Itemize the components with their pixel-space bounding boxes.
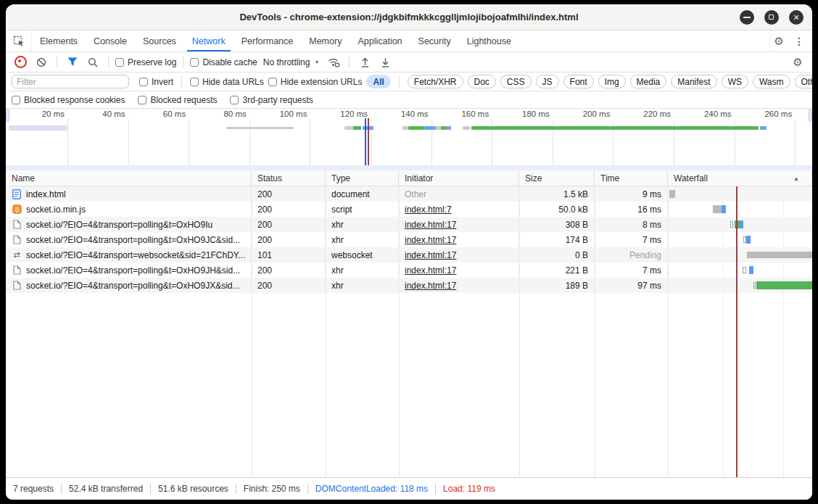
column-header-size[interactable]: Size (519, 170, 595, 186)
request-name-cell[interactable]: index.html (6, 186, 252, 202)
time-cell: 7 ms (595, 263, 668, 278)
inspect-element-button[interactable] (6, 30, 32, 51)
network-conditions-button[interactable] (325, 54, 342, 71)
filter-pill-js[interactable]: JS (536, 75, 559, 88)
filter-pill-manifest[interactable]: Manifest (671, 75, 716, 88)
request-name-cell[interactable]: socket.io/?EIO=4&transport=polling&t=OxH… (6, 263, 252, 278)
network-settings-button[interactable]: ⚙ (789, 54, 806, 71)
invert-checkbox[interactable]: Invert (139, 77, 173, 87)
filter-pill-ws[interactable]: WS (722, 75, 748, 88)
filter-pill-all[interactable]: All (366, 75, 390, 88)
hide-extension-urls-checkbox[interactable]: Hide extension URLs (268, 77, 363, 87)
request-row[interactable]: index.html200documentOther1.5 kB9 ms (6, 186, 812, 202)
initiator-link[interactable]: index.html:17 (405, 265, 456, 276)
filter-pill-css[interactable]: CSS (500, 75, 532, 88)
filter-pill-wasm[interactable]: Wasm (753, 75, 790, 88)
status-item: 52.4 kB transferred (69, 484, 143, 494)
initiator-link[interactable]: index.html:7 (405, 205, 452, 215)
search-button[interactable] (84, 54, 102, 71)
export-har-button[interactable] (376, 54, 394, 71)
throttling-dropdown[interactable]: No throttling ▼ (260, 57, 323, 67)
overview-left-handle[interactable] (6, 109, 9, 122)
initiator-link[interactable]: index.html:17 (405, 235, 456, 245)
time-cell: 9 ms (595, 186, 668, 202)
dcl-event-line (365, 118, 366, 165)
timeline-overview[interactable]: 20 ms40 ms60 ms80 ms100 ms120 ms140 ms16… (6, 109, 812, 165)
request-row[interactable]: socket.io/?EIO=4&transport=polling&t=OxH… (6, 232, 812, 247)
tab-console[interactable]: Console (86, 30, 135, 51)
filter-pill-font[interactable]: Font (563, 75, 594, 88)
column-header-waterfall[interactable]: Waterfall (668, 170, 812, 186)
request-name-cell[interactable]: socket.io/?EIO=4&transport=polling&t=OxH… (6, 232, 252, 247)
tab-memory[interactable]: Memory (301, 30, 350, 51)
preserve-log-checkbox[interactable]: Preserve log (115, 57, 176, 67)
column-header-initiator[interactable]: Initiator (399, 170, 519, 186)
initiator-link[interactable]: index.html:17 (405, 281, 456, 291)
import-har-button[interactable] (356, 54, 373, 71)
request-row[interactable]: ⇄socket.io/?EIO=4&transport=websocket&si… (6, 247, 812, 263)
request-name-cell[interactable]: ⇄socket.io/?EIO=4&transport=websocket&si… (6, 247, 252, 263)
ruler-label: 180 ms (499, 110, 550, 118)
checkbox-icon (268, 78, 277, 86)
initiator-cell: index.html:17 (399, 263, 519, 278)
status-load[interactable]: Load: 119 ms (443, 484, 495, 494)
waterfall-cell (668, 186, 812, 202)
clear-button[interactable] (33, 54, 50, 71)
document-icon (12, 189, 22, 199)
request-row[interactable]: ()socket.io.min.js200scriptindex.html:75… (6, 202, 812, 217)
request-row[interactable]: socket.io/?EIO=4&transport=polling&t=OxH… (6, 278, 812, 293)
close-button[interactable]: ✕ (789, 10, 803, 25)
status-dcl[interactable]: DOMContentLoaded: 118 ms (315, 484, 428, 494)
filter-pill-doc[interactable]: Doc (468, 75, 496, 88)
tab-lighthouse[interactable]: Lighthouse (459, 30, 519, 51)
more-options-button[interactable]: ⋮ (790, 33, 808, 50)
settings-button[interactable]: ⚙ (770, 33, 788, 50)
overview-footer-strip (6, 165, 812, 170)
hide-extension-urls-label: Hide extension URLs (281, 77, 363, 87)
divider (181, 76, 182, 88)
column-header-name[interactable]: Name (6, 170, 252, 186)
column-header-status[interactable]: Status (252, 170, 326, 186)
request-name-cell[interactable]: socket.io/?EIO=4&transport=polling&t=OxH… (6, 217, 252, 232)
filter-input[interactable] (12, 75, 129, 88)
gear-icon: ⚙ (774, 36, 783, 46)
request-row[interactable]: socket.io/?EIO=4&transport=polling&t=OxH… (6, 263, 812, 278)
request-row[interactable]: socket.io/?EIO=4&transport=polling&t=OxH… (6, 217, 812, 232)
filter-pill-img[interactable]: Img (598, 75, 626, 88)
tab-sources[interactable]: Sources (135, 30, 184, 51)
overview-request-bar (471, 126, 759, 130)
request-name-cell[interactable]: ()socket.io.min.js (6, 202, 252, 217)
record-button[interactable] (15, 56, 27, 68)
tab-network[interactable]: Network (184, 30, 234, 51)
waterfall-cell (668, 232, 812, 247)
disable-cache-checkbox[interactable]: Disable cache (190, 57, 257, 67)
maximize-button[interactable] (764, 10, 779, 25)
ruler-label: 100 ms (256, 110, 307, 118)
tab-elements[interactable]: Elements (32, 30, 86, 51)
blocked-response-cookies-checkbox[interactable]: Blocked response cookies (12, 95, 125, 105)
blocked-requests-checkbox[interactable]: Blocked requests (138, 95, 217, 105)
3rd-party-requests-checkbox[interactable]: 3rd-party requests (230, 95, 313, 105)
type-cell: websocket (326, 247, 399, 263)
hide-data-urls-checkbox[interactable]: Hide data URLs (190, 77, 264, 87)
minimize-button[interactable] (740, 10, 754, 25)
tab-application[interactable]: Application (350, 30, 410, 51)
initiator-cell: index.html:7 (399, 202, 519, 217)
column-header-time[interactable]: Time (595, 170, 668, 186)
initiator-link[interactable]: index.html:17 (405, 250, 456, 260)
filter-pill-other[interactable]: Other (795, 75, 812, 88)
overview-right-handle[interactable] (809, 109, 812, 122)
request-name-cell[interactable]: socket.io/?EIO=4&transport=polling&t=OxH… (6, 278, 252, 293)
filter-pill-fetch-xhr[interactable]: Fetch/XHR (408, 75, 463, 88)
tab-security[interactable]: Security (410, 30, 459, 51)
column-header-type[interactable]: Type (326, 170, 399, 186)
tab-performance[interactable]: Performance (234, 30, 302, 51)
checkbox-icon (230, 96, 239, 104)
filter-toggle-button[interactable] (64, 54, 81, 71)
filter-pill-media[interactable]: Media (630, 75, 667, 88)
preserve-log-label: Preserve log (128, 57, 176, 67)
sort-ascending-icon[interactable]: ▲ (793, 175, 799, 182)
ruler-gridline (128, 119, 129, 165)
waterfall-bar-wblue (722, 205, 726, 213)
initiator-link[interactable]: index.html:17 (405, 220, 456, 230)
